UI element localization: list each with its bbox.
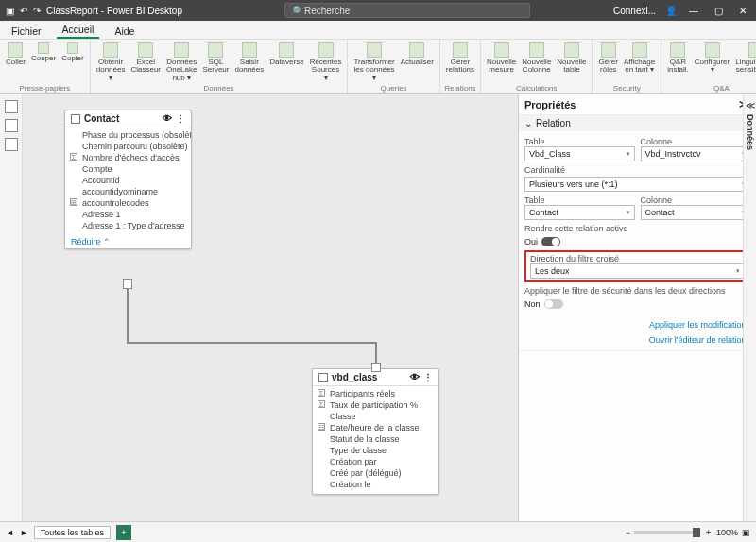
drop-cardinality[interactable]: Plusieurs vers une (*:1)▾: [524, 177, 750, 192]
table-field[interactable]: Type de classe: [317, 445, 435, 456]
ribbon-button[interactable]: Nouvelle mesure: [485, 42, 518, 76]
drop-table2[interactable]: Contact▾: [524, 205, 635, 220]
apply-changes-link[interactable]: Appliquer les modifications: [524, 318, 750, 331]
zoom-control[interactable]: − ＋ 100% ▣: [626, 526, 750, 538]
drop-table1[interactable]: Vbd_Class▾: [524, 146, 635, 161]
toggle-active[interactable]: Oui: [524, 237, 750, 246]
drop-col1[interactable]: Vbd_Instrvctcv▾: [641, 146, 751, 161]
data-view-icon[interactable]: [5, 119, 18, 132]
table-field[interactable]: Adresse 1 : Type d'adresse: [69, 220, 187, 231]
open-editor-link[interactable]: Ouvrir l'éditeur de relations: [524, 333, 750, 347]
ribbon-button[interactable]: Saisir données: [232, 42, 266, 83]
drop-col2[interactable]: Contact▾: [641, 205, 751, 220]
relation-line[interactable]: [127, 342, 377, 344]
section-relation[interactable]: ⌄ Relation: [519, 115, 756, 131]
menu-home[interactable]: Accueil: [57, 22, 100, 39]
ribbon-group: Gérer relationsRelations: [440, 40, 481, 93]
ribbon-button[interactable]: Q&R install.: [665, 42, 691, 76]
cross-filter-highlight: Direction du filtre croisé Les deux▾: [524, 250, 750, 282]
zoom-value: 100%: [716, 528, 738, 537]
ribbon-button[interactable]: Dataverse: [267, 42, 305, 83]
table-field[interactable]: Compte: [69, 163, 187, 175]
redo-icon[interactable]: ↷: [33, 6, 41, 16]
table-field[interactable]: ΣNombre d'échecs d'accès: [69, 152, 187, 163]
field-type-icon: Σ: [318, 389, 325, 397]
ribbon-button[interactable]: SQL Serveur: [200, 42, 231, 83]
undo-icon[interactable]: ↶: [20, 6, 27, 16]
ribbon-button[interactable]: Linguistique sensibilité ▾: [733, 42, 756, 76]
more-icon[interactable]: ⋮: [423, 372, 433, 382]
ribbon-button[interactable]: Nouvelle table: [555, 42, 588, 76]
report-view-icon[interactable]: [5, 100, 18, 113]
ribbon-button[interactable]: Transformer les données ▾: [352, 42, 396, 83]
table-card-contact[interactable]: Contact 👁 ⋮ Phase du processus (obsolète…: [64, 110, 192, 249]
table-field[interactable]: Créé par (délégué): [317, 467, 435, 479]
relation-line[interactable]: [127, 285, 129, 342]
toggle-sec-filter[interactable]: Non: [524, 299, 750, 309]
table-field[interactable]: Accountid: [69, 175, 187, 186]
close-button[interactable]: ✕: [735, 6, 750, 16]
ribbon-icon: [103, 42, 118, 58]
field-type-icon: Σ: [70, 153, 77, 161]
table-field[interactable]: Classe: [317, 411, 435, 422]
properties-pane: Propriétés ≫ ⌄ Relation Table Vbd_Class▾…: [518, 94, 756, 521]
model-canvas[interactable]: Contact 👁 ⋮ Phase du processus (obsolète…: [23, 94, 518, 521]
global-search[interactable]: 🔎 Recherche: [284, 3, 530, 18]
table-field[interactable]: Chemin parcouru (obsolète): [69, 141, 187, 152]
table-field[interactable]: accountidyominame: [69, 186, 187, 197]
model-view-icon[interactable]: [5, 138, 18, 151]
add-page-button[interactable]: +: [116, 525, 131, 540]
table-card-vbdclass[interactable]: vbd_class 👁 ⋮ ΣParticipants réelsΣTaux d…: [312, 368, 439, 495]
ribbon-button[interactable]: Couper: [29, 42, 58, 67]
relation-endpoint[interactable]: [123, 279, 132, 289]
label-active: Rendre cette relation active: [524, 224, 750, 233]
zoom-slider[interactable]: [634, 531, 700, 534]
table-field[interactable]: ΣTaux de participation %: [317, 399, 435, 411]
ribbon-button[interactable]: Affichage en tant ▾: [622, 42, 657, 76]
table-field[interactable]: Statut de la classe: [317, 433, 435, 445]
table-field[interactable]: Création par: [317, 456, 435, 467]
eye-icon[interactable]: 👁: [163, 113, 172, 124]
ribbon-button[interactable]: Coller: [4, 42, 27, 67]
table-field[interactable]: Création le: [317, 479, 435, 490]
ribbon-button[interactable]: Obtenir données ▾: [94, 42, 128, 83]
minimize-button[interactable]: —: [686, 6, 701, 16]
tab-prev-icon[interactable]: ◄: [6, 528, 14, 537]
ribbon-button[interactable]: Actualiser: [399, 42, 436, 83]
table-field[interactable]: Phase du processus (obsolète): [69, 129, 187, 141]
ribbon-button[interactable]: Excel Classeur: [129, 42, 163, 83]
menu-help[interactable]: Aide: [109, 24, 140, 39]
drop-cross-filter[interactable]: Les deux▾: [530, 263, 745, 279]
collapse-link[interactable]: Réduire ⌃: [65, 235, 191, 248]
ribbon-label: Excel Classeur: [130, 59, 161, 75]
data-tab-rail[interactable]: ≪ Données: [743, 94, 756, 521]
table-field[interactable]: ☷Date/heure de la classe: [317, 422, 435, 433]
tab-next-icon[interactable]: ►: [20, 528, 28, 537]
eye-icon[interactable]: 👁: [410, 372, 420, 382]
zoom-in-icon[interactable]: ＋: [704, 526, 713, 538]
fit-icon[interactable]: ▣: [742, 528, 750, 537]
table-field[interactable]: ΣParticipants réels: [317, 388, 435, 399]
relation-endpoint[interactable]: [371, 363, 381, 372]
more-icon[interactable]: ⋮: [176, 113, 185, 124]
page-tab[interactable]: Toutes les tables: [34, 526, 111, 539]
ribbon-button[interactable]: Gérer relations: [444, 42, 476, 76]
ribbon-button[interactable]: Gérer rôles: [596, 42, 619, 76]
table-field[interactable]: ⊞accountrolecodes: [69, 197, 187, 209]
zoom-out-icon[interactable]: −: [626, 528, 630, 537]
ribbon-button[interactable]: Nouvelle Colonne: [520, 42, 553, 76]
ribbon-label: Configurer ▾: [695, 59, 730, 75]
maximize-button[interactable]: ▢: [711, 6, 726, 16]
chevron-left-icon[interactable]: ≪: [746, 100, 755, 110]
menu-file[interactable]: Fichier: [6, 24, 47, 39]
save-icon[interactable]: ▣: [6, 6, 14, 16]
ribbon-button[interactable]: Données OneLake hub ▾: [164, 42, 198, 83]
ribbon-icon: [8, 42, 23, 58]
ribbon-button[interactable]: Configurer ▾: [693, 42, 731, 76]
user-icon[interactable]: 👤: [665, 6, 677, 16]
ribbon-label: Coller: [6, 59, 26, 66]
ribbon-button[interactable]: Copier: [60, 42, 86, 67]
ribbon-button[interactable]: Récentes Sources ▾: [308, 42, 344, 83]
signin-label[interactable]: Connexi...: [613, 6, 656, 16]
table-field[interactable]: Adresse 1: [69, 209, 187, 220]
